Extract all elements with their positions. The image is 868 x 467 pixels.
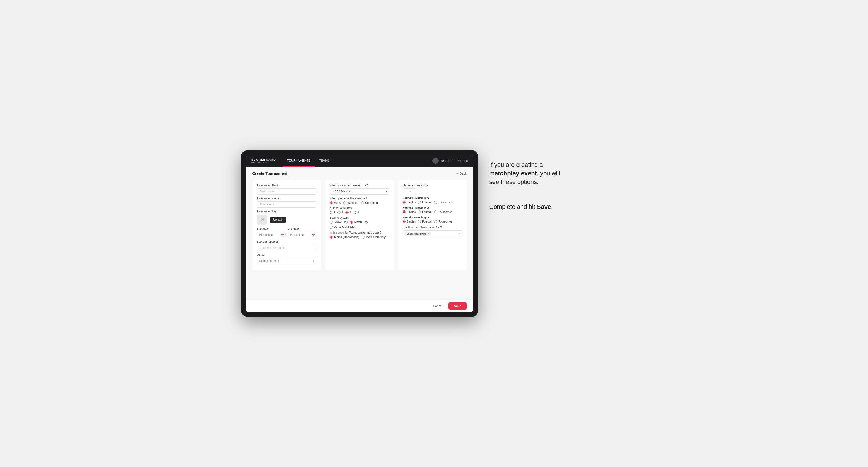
date-row: Start date 📅 End date 📅 — [257, 227, 316, 238]
venue-group: Venue — [257, 253, 316, 264]
api-value: Leaderboard King — [407, 232, 427, 235]
scoring-medal-match-play-label: Medal Match Play — [334, 226, 356, 229]
tab-tournaments[interactable]: TOURNAMENTS — [282, 155, 315, 167]
tournament-logo-label: Tournament logo — [257, 210, 316, 213]
annotation-bold-save: Save. — [537, 203, 553, 210]
annotation-bold-matchplay: matchplay event, — [489, 170, 539, 177]
sponsor-input[interactable] — [257, 245, 316, 251]
gender-womens[interactable]: Womens — [343, 201, 358, 205]
gender-combined[interactable]: Combined — [361, 201, 378, 205]
api-tag: Leaderboard King × — [405, 232, 431, 236]
venue-label: Venue — [257, 253, 316, 256]
end-date-group: End date 📅 — [288, 227, 316, 238]
round-3[interactable]: 3 — [345, 211, 351, 214]
round3-match-type: Round 3 - Match Type Singles Fourball — [403, 216, 462, 223]
cancel-button[interactable]: Cancel — [430, 302, 446, 310]
scoring-match-play[interactable]: Match Play — [350, 221, 368, 224]
tournament-host-label: Tournament Host — [257, 184, 316, 187]
save-button[interactable]: Save — [448, 302, 467, 310]
end-date-label: End date — [288, 227, 316, 230]
svg-point-1 — [261, 219, 261, 219]
tournament-name-input[interactable] — [257, 201, 316, 208]
end-date-input[interactable] — [288, 232, 316, 238]
form-footer: Cancel Save — [246, 299, 473, 312]
rounds-radio-group: 1 2 3 — [330, 211, 390, 214]
start-date-field: 📅 — [257, 232, 285, 238]
round2-match-type: Round 2 - Match Type Singles Fourball — [403, 206, 462, 214]
round1-singles[interactable]: Singles — [403, 201, 416, 204]
nav-separator: | — [455, 159, 456, 162]
teams-label: Is this event for Teams and/or Individua… — [330, 231, 390, 234]
max-team-size-label: Maximum Team Size — [403, 184, 462, 187]
division-group: Which division is the event for? NCAA Di… — [330, 184, 390, 195]
sponsor-label: Sponsor (optional) — [257, 240, 316, 243]
round3-singles[interactable]: Singles — [403, 220, 416, 223]
gender-group: Which gender is the event for? Mens Wome… — [330, 197, 390, 205]
round2-foursomes-label: Foursomes — [438, 211, 452, 214]
start-date-group: Start date 📅 — [257, 227, 285, 238]
nav-right: Test User | Sign out — [432, 158, 468, 164]
venue-input[interactable] — [257, 258, 316, 264]
max-team-size-group: Maximum Team Size — [403, 184, 462, 194]
round3-fourball[interactable]: Fourball — [418, 220, 432, 223]
api-close-icon[interactable]: × — [428, 232, 429, 235]
teams-option[interactable]: Teams (+Individuals) — [330, 236, 359, 239]
round2-fourball-label: Fourball — [422, 211, 432, 214]
round2-foursomes[interactable]: Foursomes — [434, 211, 452, 214]
round1-foursomes-label: Foursomes — [438, 201, 452, 204]
nav-tabs: TOURNAMENTS TEAMS — [282, 155, 334, 167]
app-logo: SCOREBOARD Powered by clippit — [251, 158, 276, 163]
round2-fourball[interactable]: Fourball — [418, 211, 432, 214]
scoring-radio-group: Stroke Play Match Play Medal Match Play — [330, 221, 390, 229]
round1-match-type: Round 1 - Match Type Singles Fourball — [403, 196, 462, 204]
logo-title: SCOREBOARD — [251, 158, 276, 161]
logo-sub: Powered by clippit — [251, 161, 276, 163]
tournament-host-input[interactable] — [257, 188, 316, 195]
round1-foursomes[interactable]: Foursomes — [434, 201, 452, 204]
round1-singles-label: Singles — [407, 201, 416, 204]
round-4-label: 4 — [358, 211, 359, 214]
logo-upload-area: Upload — [257, 215, 316, 224]
individuals-label-text: Individuals Only — [366, 236, 385, 239]
round3-radio-group: Singles Fourball Foursomes — [403, 220, 462, 223]
individuals-option[interactable]: Individuals Only — [362, 236, 385, 239]
round1-fourball[interactable]: Fourball — [418, 201, 432, 204]
page-title: Create Tournament — [252, 171, 287, 176]
round3-foursomes[interactable]: Foursomes — [434, 220, 452, 223]
tablet-screen: SCOREBOARD Powered by clippit TOURNAMENT… — [246, 155, 473, 312]
round-4[interactable]: 4 — [353, 211, 359, 214]
round3-fourball-label: Fourball — [422, 220, 432, 223]
round3-singles-label: Singles — [407, 220, 416, 223]
round1-label: Round 1 - Match Type — [403, 196, 462, 199]
round-2-label: 2 — [342, 211, 343, 214]
scoring-label: Scoring system — [330, 216, 390, 219]
scoring-stroke-play[interactable]: Stroke Play — [330, 221, 348, 224]
content-area: Create Tournament ← Back Tournament Host… — [246, 167, 473, 299]
back-button[interactable]: ← Back — [456, 172, 467, 175]
gender-mens-label: Mens — [334, 201, 341, 205]
page-wrapper: SCOREBOARD Powered by clippit TOURNAMENT… — [241, 150, 627, 317]
gender-womens-label: Womens — [347, 201, 358, 205]
start-date-input[interactable] — [257, 232, 285, 238]
round3-label: Round 3 - Match Type — [403, 216, 462, 219]
gender-mens[interactable]: Mens — [330, 201, 341, 205]
rounds-label: Number of rounds — [330, 207, 390, 210]
api-select-wrapper[interactable]: Leaderboard King × ▾ — [403, 230, 462, 237]
page-header: Create Tournament ← Back — [252, 171, 467, 176]
tab-teams[interactable]: TEAMS — [315, 155, 334, 167]
round2-label: Round 2 - Match Type — [403, 206, 462, 209]
teams-group: Is this event for Teams and/or Individua… — [330, 231, 390, 239]
teams-label-text: Teams (+Individuals) — [334, 236, 359, 239]
round-1[interactable]: 1 — [330, 211, 336, 214]
tournament-logo-group: Tournament logo Upload — [257, 210, 316, 224]
sign-out-link[interactable]: Sign out — [458, 159, 468, 162]
teams-radio-group: Teams (+Individuals) Individuals Only — [330, 236, 390, 239]
round2-singles[interactable]: Singles — [403, 211, 416, 214]
division-select[interactable]: NCAA Division I NCAA Division II NCAA Di… — [330, 188, 390, 195]
scoring-medal-match-play[interactable]: Medal Match Play — [330, 226, 356, 229]
scoring-stroke-play-label: Stroke Play — [334, 221, 348, 224]
max-team-size-input[interactable] — [403, 188, 416, 194]
upload-button[interactable]: Upload — [270, 217, 286, 223]
division-select-wrapper: NCAA Division I NCAA Division II NCAA Di… — [330, 188, 390, 195]
round-2[interactable]: 2 — [338, 211, 343, 214]
